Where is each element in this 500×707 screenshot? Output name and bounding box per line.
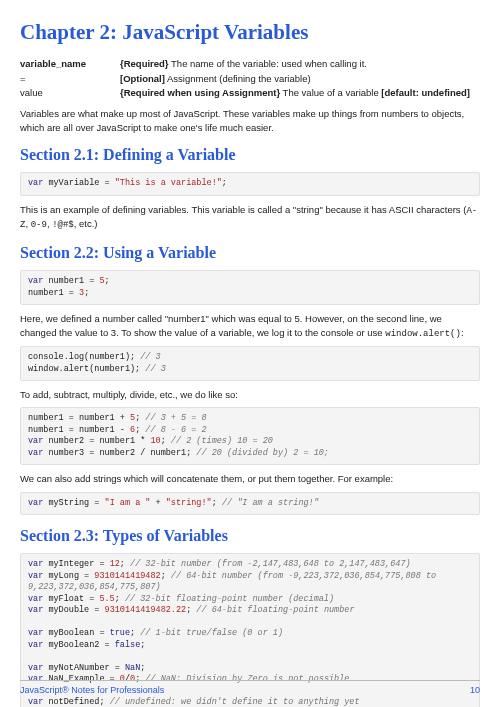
section-heading-2-3: Section 2.3: Types of Variables [20, 525, 480, 547]
code-block: var myString = "I am a " + "string!"; //… [20, 492, 480, 515]
section-heading-2-1: Section 2.1: Defining a Variable [20, 144, 480, 166]
body-paragraph: We can also add strings which will conca… [20, 472, 480, 485]
page-footer: JavaScript® Notes for Professionals 10 [20, 680, 480, 697]
page-number: 10 [470, 684, 480, 697]
body-paragraph: This is an example of defining variables… [20, 203, 480, 232]
param-desc: [Optional] Assignment (defining the vari… [120, 72, 480, 85]
param-name: variable_name [20, 57, 120, 70]
table-row: variable_name {Required} The name of the… [20, 57, 480, 70]
body-paragraph: Here, we defined a number called "number… [20, 312, 480, 340]
param-name: value [20, 86, 120, 99]
param-name: = [20, 72, 120, 85]
parameter-table: variable_name {Required} The name of the… [20, 57, 480, 99]
code-block: console.log(number1); // 3 window.alert(… [20, 346, 480, 381]
intro-paragraph: Variables are what make up most of JavaS… [20, 107, 480, 134]
param-desc: {Required when using Assignment} The val… [120, 86, 480, 99]
param-desc: {Required} The name of the variable: use… [120, 57, 480, 70]
code-block: var number1 = 5; number1 = 3; [20, 270, 480, 305]
code-block: var myVariable = "This is a variable!"; [20, 172, 480, 195]
footer-title: JavaScript® Notes for Professionals [20, 684, 164, 697]
code-block: number1 = number1 + 5; // 3 + 5 = 8 numb… [20, 407, 480, 465]
chapter-title: Chapter 2: JavaScript Variables [20, 18, 480, 47]
table-row: value {Required when using Assignment} T… [20, 86, 480, 99]
table-row: = [Optional] Assignment (defining the va… [20, 72, 480, 85]
body-paragraph: To add, subtract, multiply, divide, etc.… [20, 388, 480, 401]
section-heading-2-2: Section 2.2: Using a Variable [20, 242, 480, 264]
